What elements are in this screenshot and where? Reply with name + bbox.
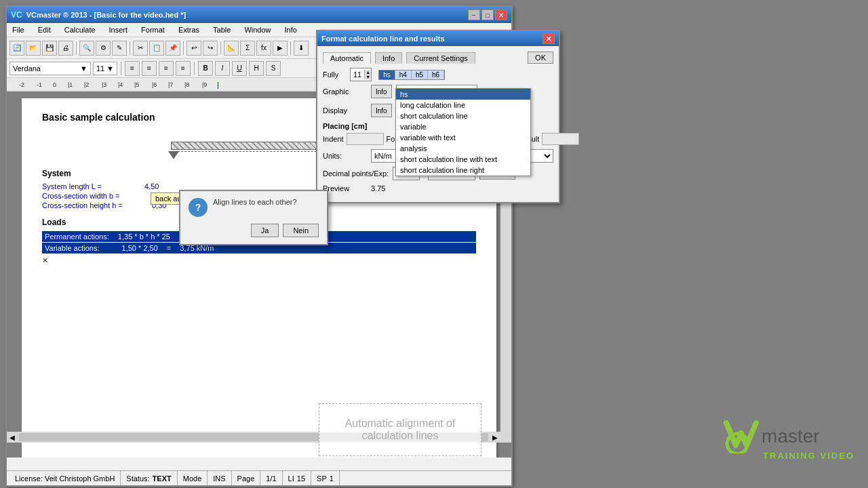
copy-button[interactable]: 📋: [149, 41, 164, 56]
italic-button[interactable]: I: [215, 61, 230, 76]
menu-extras[interactable]: Extras: [176, 24, 202, 35]
graphic-dropdown-list: hs long calculation line short calculati…: [395, 88, 531, 176]
align-center-button[interactable]: ≡: [142, 61, 157, 76]
tool10[interactable]: ▶: [273, 41, 288, 56]
align-right-button[interactable]: ≡: [159, 61, 174, 76]
title-bar-controls: − □ ✕: [468, 9, 507, 20]
close-button[interactable]: ✕: [495, 9, 507, 20]
li-status: LI 15: [283, 471, 311, 485]
logo-master-text: master: [762, 426, 820, 447]
tab-info[interactable]: Info: [375, 52, 402, 64]
format-dialog-close[interactable]: ✕: [542, 33, 555, 44]
format-dialog-title-text: Format calculation line and results: [321, 35, 445, 43]
strikethrough-button[interactable]: S: [266, 61, 281, 76]
tab-current-settings[interactable]: Current Settings: [406, 52, 475, 64]
new-button[interactable]: 🔄: [9, 41, 24, 56]
ghost-text: Automatic alignment of calculation lines: [345, 418, 456, 442]
menu-window[interactable]: Window: [241, 24, 273, 35]
mode-label: Mode: [183, 474, 202, 483]
menu-edit[interactable]: Edit: [35, 24, 54, 35]
spin-up[interactable]: ▲: [364, 70, 371, 75]
open-button[interactable]: 📂: [26, 41, 41, 56]
ins-value: INS: [213, 474, 225, 483]
sep2: [130, 41, 130, 55]
tool8[interactable]: Σ: [240, 41, 255, 56]
yes-button[interactable]: Ja: [251, 224, 279, 237]
print-button[interactable]: 🖨: [58, 41, 73, 56]
cut-button[interactable]: ✂: [133, 41, 148, 56]
fully-row: Fully 11 ▲ ▼ hs h4 h5 h6: [323, 68, 553, 81]
cursor-mark: ✕: [42, 256, 48, 264]
redo-button[interactable]: ↪: [203, 41, 218, 56]
dropdown-item-variable-text[interactable]: variable with text: [396, 132, 530, 143]
indent-input[interactable]: [347, 133, 384, 145]
align-buttons: Ja Nein: [189, 224, 319, 237]
col-headers: hs h4 h5 h6: [378, 70, 445, 80]
underline-button[interactable]: U: [232, 61, 247, 76]
undo-button[interactable]: ↩: [186, 41, 201, 56]
tool11[interactable]: ⬇: [294, 41, 309, 56]
align-dialog-body: ? Align lines to each other? Ja Nein: [180, 191, 327, 244]
li-value: 15: [297, 474, 305, 483]
bold-button[interactable]: B: [198, 61, 213, 76]
tab-automatic[interactable]: Automatic: [323, 52, 371, 64]
menu-table[interactable]: Table: [210, 24, 233, 35]
zoom-button[interactable]: 🔍: [79, 41, 94, 56]
logo-brand: master: [721, 420, 820, 453]
menu-insert[interactable]: Insert: [106, 24, 131, 35]
status-value: TEXT: [153, 474, 172, 483]
fully-value: 11: [351, 70, 364, 79]
format-dialog-title: Format calculation line and results ✕: [317, 31, 559, 46]
menu-format[interactable]: Format: [138, 24, 167, 35]
dropdown-item-variable[interactable]: variable: [396, 121, 530, 132]
cross-width-label: Cross-section width b =: [42, 192, 120, 200]
menu-info[interactable]: Info: [282, 24, 300, 35]
dropdown-item-long-calc[interactable]: long calculation line: [396, 100, 530, 110]
dropdown-item-hs[interactable]: hs: [396, 89, 530, 100]
hscroll-left[interactable]: ◀: [7, 434, 18, 441]
tool7[interactable]: 📐: [224, 41, 239, 56]
tool2[interactable]: ⚙: [96, 41, 111, 56]
align-question-text: Align lines to each other?: [213, 198, 297, 206]
graphic-label: Graphic: [323, 87, 367, 96]
spin-down[interactable]: ▼: [364, 75, 371, 79]
col-h-hs: hs: [379, 70, 395, 79]
sep5: [290, 41, 291, 55]
dropdown-item-analysis[interactable]: analysis: [396, 143, 530, 154]
justify-button[interactable]: ≡: [176, 61, 191, 76]
tool9[interactable]: fx: [256, 41, 271, 56]
var-eq: =: [167, 244, 171, 252]
font-selector[interactable]: Verdana ▼: [9, 62, 91, 75]
menu-calculate[interactable]: Calculate: [62, 24, 98, 35]
minimize-button[interactable]: −: [468, 9, 480, 20]
display-label: Display: [323, 106, 367, 115]
result-input[interactable]: [542, 133, 579, 145]
tool3[interactable]: ✎: [112, 41, 127, 56]
save-button[interactable]: 💾: [42, 41, 57, 56]
ok-button[interactable]: OK: [528, 52, 553, 64]
preview-label: Preview: [323, 184, 367, 192]
dropdown-item-short-calc[interactable]: short calculation line: [396, 110, 530, 121]
maximize-button[interactable]: □: [481, 9, 494, 20]
no-button[interactable]: Nein: [283, 224, 319, 237]
hscroll-right[interactable]: ▶: [490, 434, 500, 441]
spin-arrows: ▲ ▼: [364, 70, 371, 79]
graphic-info-button[interactable]: Info: [371, 85, 392, 98]
highlight-button[interactable]: H: [249, 61, 264, 76]
align-left-button[interactable]: ≡: [125, 61, 140, 76]
license-status: License: Veit Christoph GmbH: [9, 471, 121, 485]
fully-label: Fully: [323, 70, 350, 79]
paste-button[interactable]: 📌: [165, 41, 180, 56]
fully-spin[interactable]: 11 ▲ ▼: [350, 68, 372, 81]
menu-file[interactable]: File: [9, 24, 27, 35]
display-info-button[interactable]: Info: [371, 104, 392, 117]
font-size-selector[interactable]: 11 ▼: [93, 62, 117, 75]
ins-status: INS: [208, 471, 231, 485]
dropdown-item-short-right[interactable]: short calculation line right: [396, 165, 530, 176]
dropdown-item-short-with-text[interactable]: short calculation line with text: [396, 154, 530, 165]
size-dropdown-icon[interactable]: ▼: [106, 64, 114, 73]
app-icon: VC: [11, 10, 22, 20]
font-dropdown-icon[interactable]: ▼: [80, 64, 87, 73]
sep6: [121, 62, 121, 75]
sep1: [76, 41, 77, 55]
